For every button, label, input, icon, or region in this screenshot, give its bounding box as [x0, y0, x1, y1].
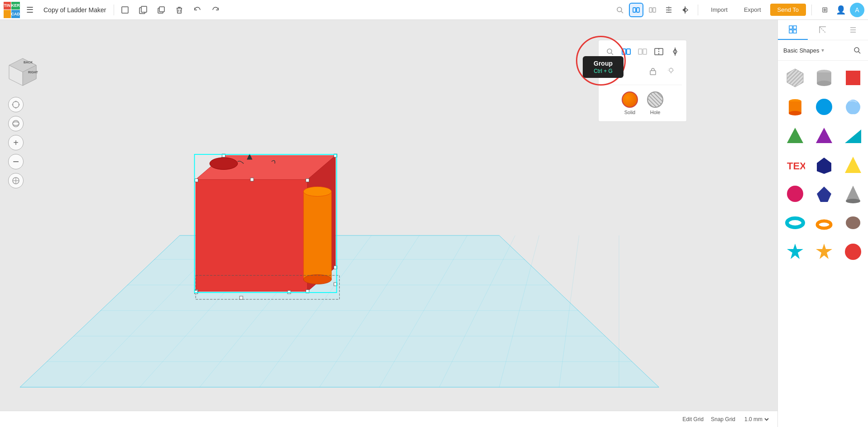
svg-point-27: [13, 101, 19, 108]
shape-organic-blue[interactable]: [840, 94, 866, 120]
shape-navy2[interactable]: [811, 181, 837, 206]
svg-marker-118: [817, 187, 831, 202]
solid-option[interactable]: Solid: [622, 91, 638, 115]
duplicate-button[interactable]: [154, 3, 168, 17]
shapes-grid: TEXT: [778, 61, 868, 269]
lock-icon[interactable]: [647, 65, 659, 77]
shape-pyramid-purple[interactable]: [811, 123, 837, 149]
export-button[interactable]: Export: [737, 4, 768, 16]
shape-tools-panel: Solid Hole: [598, 40, 687, 122]
solid-hole-selector: Solid Hole: [603, 90, 682, 117]
svg-rect-12: [649, 8, 652, 12]
svg-marker-102: [787, 69, 803, 87]
tab-corner[interactable]: [808, 20, 838, 40]
shape-sphere-red2[interactable]: [840, 239, 866, 264]
orbit-control[interactable]: [8, 116, 24, 131]
svg-line-81: [611, 53, 613, 55]
import-button[interactable]: Import: [704, 4, 735, 16]
zoom-in-control[interactable]: +: [8, 135, 24, 150]
shape-cylinder-gray[interactable]: [811, 65, 837, 91]
light-icon[interactable]: [665, 65, 677, 77]
svg-point-30: [15, 107, 17, 109]
rotate-control[interactable]: [8, 97, 24, 112]
zoom-out-control[interactable]: −: [8, 154, 24, 169]
shape-torus-orange[interactable]: [811, 210, 837, 235]
svg-point-126: [845, 244, 861, 260]
svg-marker-58: [196, 179, 307, 291]
svg-point-80: [607, 49, 612, 53]
mirror-align-icon[interactable]: [652, 45, 666, 58]
copy-button[interactable]: [136, 3, 150, 17]
search-view-icon[interactable]: [613, 3, 627, 17]
fit-view-control[interactable]: [8, 173, 24, 188]
solid-label: Solid: [624, 110, 635, 115]
group-tooltip: Group Ctrl + G: [583, 56, 623, 78]
svg-marker-116: [845, 157, 861, 173]
right-panel-tabs: [778, 20, 868, 40]
shape-pyramid-green[interactable]: [782, 123, 808, 149]
tab-list[interactable]: [838, 20, 868, 40]
hole-option[interactable]: Hole: [647, 91, 663, 115]
shape-torus-teal[interactable]: [782, 210, 808, 235]
undo-button[interactable]: [190, 3, 205, 17]
svg-rect-0: [122, 7, 128, 13]
shapes-search-button[interactable]: [852, 45, 863, 56]
send-button[interactable]: Send To: [770, 4, 806, 16]
svg-point-121: [787, 218, 803, 227]
dropdown-arrow: ▾: [821, 47, 824, 53]
svg-rect-10: [637, 8, 639, 12]
shape-box-navy[interactable]: [811, 152, 837, 178]
svg-marker-115: [817, 158, 831, 174]
svg-point-105: [817, 81, 831, 86]
view-cube[interactable]: RIGHT BACK: [5, 56, 41, 92]
shape-cone-gray[interactable]: [840, 181, 866, 206]
shape-box-stripes[interactable]: [782, 65, 808, 91]
main-layout: RIGHT BACK + −: [0, 20, 868, 427]
logo-tin: TIN: [4, 2, 11, 10]
edit-grid-label[interactable]: Edit Grid: [682, 416, 704, 422]
svg-rect-106: [846, 71, 860, 85]
svg-marker-20: [685, 8, 688, 12]
shape-text-red[interactable]: TEXT: [782, 152, 808, 178]
svg-point-31: [12, 104, 14, 106]
shapes-category-dropdown[interactable]: Basic Shapes ▾: [783, 47, 824, 54]
shape-star-teal[interactable]: [782, 239, 808, 264]
app-logo: TIN KER CAD: [4, 2, 20, 18]
svg-point-123: [846, 216, 860, 229]
snap-value-selector[interactable]: 1.0 mm 0.5 mm 2.0 mm 5.0 mm: [743, 416, 770, 423]
apps-icon[interactable]: ⊞: [817, 3, 832, 17]
align-button[interactable]: [662, 3, 676, 17]
redo-button[interactable]: [208, 3, 223, 17]
shape-pyramid-yellow[interactable]: [840, 152, 866, 178]
svg-point-110: [816, 99, 832, 115]
shape-box-red[interactable]: [840, 65, 866, 91]
top-bar: TIN KER CAD ☰ Copy of Ladder Maker: [0, 0, 868, 20]
ungroup-tool-icon[interactable]: [636, 45, 649, 58]
tab-shapes[interactable]: [778, 20, 808, 40]
new-button[interactable]: [118, 3, 132, 17]
shape-sphere-magenta[interactable]: [782, 181, 808, 206]
svg-rect-94: [793, 30, 796, 33]
flip-axis-icon[interactable]: [668, 45, 682, 58]
hamburger-icon[interactable]: ☰: [24, 5, 36, 15]
svg-point-32: [13, 122, 19, 125]
logo-cad: CAD: [11, 10, 20, 18]
canvas-area[interactable]: RIGHT BACK + −: [0, 20, 777, 427]
hole-label: Hole: [650, 110, 661, 115]
shape-star-yellow[interactable]: [811, 239, 837, 264]
group-button[interactable]: [629, 3, 643, 17]
svg-rect-62: [303, 192, 331, 279]
user-icon[interactable]: 👤: [834, 3, 848, 17]
shape-brown[interactable]: [840, 210, 866, 235]
svg-point-61: [210, 158, 238, 169]
shape-sphere-blue[interactable]: [811, 94, 837, 120]
svg-point-117: [787, 186, 803, 202]
tooltip-title: Group: [589, 60, 617, 67]
flip-button[interactable]: [678, 3, 692, 17]
delete-button[interactable]: [172, 3, 187, 17]
avatar-icon[interactable]: A: [850, 3, 864, 17]
shape-wedge-teal[interactable]: [840, 123, 866, 149]
3d-scene: [0, 20, 687, 427]
shape-cylinder-orange[interactable]: [782, 94, 808, 120]
ungroup-button[interactable]: [645, 3, 660, 17]
